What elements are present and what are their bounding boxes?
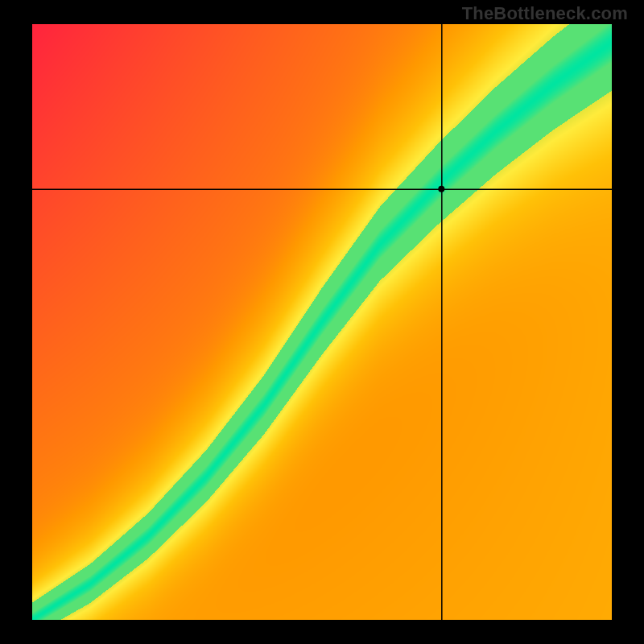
heatmap-canvas	[32, 24, 612, 620]
chart-container: TheBottleneck.com	[0, 0, 644, 644]
heatmap-plot	[32, 24, 612, 620]
watermark-text: TheBottleneck.com	[462, 3, 628, 24]
